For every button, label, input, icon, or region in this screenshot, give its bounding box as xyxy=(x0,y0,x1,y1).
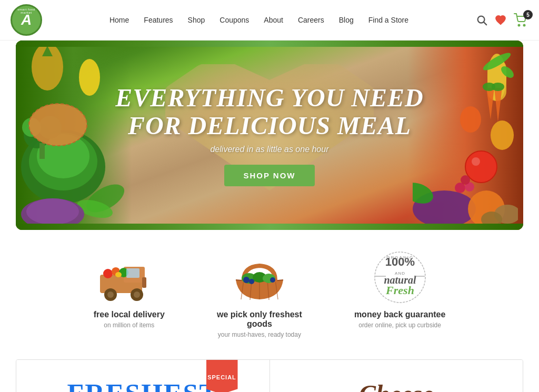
svg-point-63 xyxy=(270,277,275,283)
svg-rect-13 xyxy=(39,143,45,159)
nav-about[interactable]: About xyxy=(264,16,283,24)
feature-guarantee: 100% ORGANIC AND natural Fresh money bac… xyxy=(354,251,445,338)
feature-guarantee-sub: order online, pick up curbside xyxy=(354,321,445,329)
hero-bottom-stripe xyxy=(16,224,523,230)
basket-icon xyxy=(207,251,312,304)
nav-coupons[interactable]: Coupons xyxy=(219,16,249,24)
nav-careers[interactable]: Careers xyxy=(298,16,324,24)
svg-point-46 xyxy=(134,292,140,298)
right-veg-decoration xyxy=(413,46,518,225)
feature-fresh: we pick only freshest goods your must-ha… xyxy=(207,251,312,338)
svg-text:ORGANIC: ORGANIC xyxy=(386,255,413,260)
feature-delivery: free local delivery on million of items xyxy=(94,251,165,338)
svg-marker-24 xyxy=(494,88,502,122)
search-button[interactable] xyxy=(476,14,487,26)
special-badge: SPECIAL xyxy=(206,360,238,392)
svg-point-3 xyxy=(524,25,525,26)
svg-point-34 xyxy=(461,175,470,185)
svg-point-6 xyxy=(79,59,100,96)
hero-content: EVERYTHING YOU NEED FOR DELICIOUS MEAL d… xyxy=(115,84,423,187)
svg-point-62 xyxy=(249,279,254,284)
header: smart food market A Home Features Shop C… xyxy=(0,0,539,41)
feature-fresh-title: we pick only freshest goods xyxy=(207,310,312,329)
main-nav: Home Features Shop Coupons About Careers… xyxy=(42,16,476,24)
features-section: free local delivery on million of items xyxy=(0,230,539,354)
feature-guarantee-title: money back guarantee xyxy=(354,310,445,319)
svg-point-19 xyxy=(26,198,79,225)
cart-badge: 5 xyxy=(523,10,533,19)
cheese-banner[interactable]: Cheese xyxy=(270,360,523,392)
freshest-banner[interactable]: FRESHEST SPECIAL xyxy=(16,360,270,392)
left-veg-decoration xyxy=(21,46,126,225)
svg-rect-52 xyxy=(126,268,139,278)
svg-point-28 xyxy=(460,106,481,133)
freshest-text: FRESHEST xyxy=(67,378,218,393)
cheese-text: Cheese xyxy=(359,379,433,393)
hero-title: EVERYTHING YOU NEED FOR DELICIOUS MEAL xyxy=(115,84,423,140)
shop-now-button[interactable]: SHOP NOW xyxy=(224,165,314,186)
svg-point-2 xyxy=(518,25,520,26)
svg-text:Fresh: Fresh xyxy=(385,284,414,297)
feature-delivery-sub: on million of items xyxy=(94,321,165,329)
hero-subtitle: delivered in as little as one hour xyxy=(115,145,423,154)
logo-tagline: smart food market xyxy=(12,8,41,14)
bottom-banners: FRESHEST SPECIAL Cheese xyxy=(16,359,523,392)
svg-point-44 xyxy=(107,292,114,298)
nav-blog[interactable]: Blog xyxy=(339,16,354,24)
svg-point-47 xyxy=(103,269,113,278)
header-actions: 5 xyxy=(476,13,528,27)
wishlist-button[interactable] xyxy=(495,14,506,26)
logo-letter: A xyxy=(21,13,32,27)
logo[interactable]: smart food market A xyxy=(11,4,42,36)
nav-home[interactable]: Home xyxy=(109,16,129,24)
svg-point-26 xyxy=(492,83,504,91)
svg-line-1 xyxy=(484,22,486,25)
hero-banner: EVERYTHING YOU NEED FOR DELICIOUS MEAL d… xyxy=(16,41,523,230)
nav-features[interactable]: Features xyxy=(144,16,173,24)
nav-find-store[interactable]: Find a Store xyxy=(368,16,408,24)
svg-point-61 xyxy=(243,277,249,283)
svg-point-31 xyxy=(472,157,480,166)
cart-button[interactable]: 5 xyxy=(514,13,528,27)
feature-fresh-sub: your must-haves, ready today xyxy=(207,331,312,338)
delivery-icon xyxy=(94,251,165,304)
svg-marker-23 xyxy=(486,88,494,119)
hero-top-stripe xyxy=(16,41,523,47)
feature-delivery-title: free local delivery xyxy=(94,310,165,319)
svg-rect-51 xyxy=(142,277,146,288)
svg-point-27 xyxy=(491,120,514,150)
nav-shop[interactable]: Shop xyxy=(188,16,205,24)
svg-point-50 xyxy=(115,272,122,277)
natural-icon: 100% ORGANIC AND natural Fresh xyxy=(354,251,445,304)
